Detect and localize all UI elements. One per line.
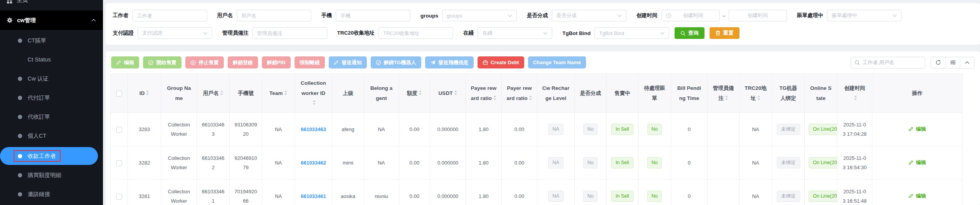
table-search-input[interactable] (863, 60, 921, 65)
col-created[interactable]: 创建时间 (837, 74, 872, 113)
unlock-login-button[interactable]: 解鎖登錄 (228, 56, 258, 68)
username-label: 用戶名 (217, 12, 233, 19)
sidebar-item-personal-ct[interactable]: 個人CT (0, 128, 103, 144)
col-payee-reward-ratio[interactable]: Payee reward ratio (466, 74, 502, 113)
sidebar-item-label: 主页 (17, 0, 28, 4)
sort-icon[interactable] (284, 90, 288, 96)
sidebar-group-cw[interactable]: cw管理 (0, 11, 103, 30)
sort-icon[interactable] (419, 90, 422, 96)
cell-worker-id: 661033461 (295, 180, 332, 205)
query-button[interactable]: 查询 (675, 27, 704, 39)
sidebar-item-ct-status[interactable]: Ct Status (0, 52, 103, 67)
edit-button[interactable]: 编辑 (111, 56, 139, 68)
online-select[interactable]: 在綫 (478, 27, 552, 39)
force-offline-button[interactable]: 强制離綫 (295, 56, 325, 68)
col-collection-worker-id[interactable]: Collection worker ID (295, 74, 332, 113)
reset-button-label: 重置 (723, 30, 734, 37)
send-notice-button[interactable]: 發送通知 (329, 56, 367, 68)
sidebar-item-home[interactable]: 主页 (0, 0, 103, 5)
sidebar-item-label: Cw 认证 (28, 75, 49, 82)
unlock-pin-button[interactable]: 解鎖PIN (262, 56, 291, 68)
sidebar-item-cw-auth[interactable]: Cw 认证 (0, 71, 103, 86)
worker-id-link[interactable]: 661033463 (301, 126, 326, 132)
worker-input[interactable] (133, 10, 207, 21)
button-label: 解鎖登錄 (233, 59, 253, 66)
select-all-checkbox[interactable] (116, 91, 122, 96)
select-placeholder: 在綫 (482, 30, 492, 37)
column-settings-icon[interactable] (945, 57, 960, 68)
cell-id: 3281 (128, 180, 161, 205)
select-placeholder: 賬單處理中 (832, 12, 857, 19)
filter-row-2: 支付認證 支付認證 管理員備注 TRC20收集地址 在綫 在綫 TgBot Bi… (113, 27, 974, 39)
row-checkbox[interactable] (116, 127, 122, 133)
trc20-input[interactable] (378, 27, 453, 39)
admin-note-input[interactable] (253, 27, 327, 39)
bill-processing-select[interactable]: 賬單處理中 (827, 10, 902, 21)
select-placeholder: groups (447, 13, 462, 19)
refresh-icon[interactable] (931, 57, 945, 68)
sort-icon[interactable] (854, 95, 857, 101)
cell-tg-bind: 未绑定 (772, 113, 805, 146)
sidebar-item-ct-bill[interactable]: CT賬單 (0, 33, 103, 48)
edit-row-link[interactable]: 编辑 (909, 158, 926, 167)
sort-icon[interactable] (312, 100, 316, 105)
col-team[interactable]: Team (262, 74, 295, 113)
worker-id-link[interactable]: 661033461 (301, 193, 326, 199)
row-checkbox[interactable] (116, 160, 122, 166)
col-phone: 手機號 (230, 74, 262, 113)
sidebar-item-invite-link[interactable]: 邀請鏈接 (0, 186, 103, 202)
selling-badge: In Sell (611, 157, 633, 168)
groups-select[interactable]: groups (442, 10, 517, 21)
sort-icon[interactable] (146, 90, 149, 96)
sidebar-item-purchase-quota[interactable]: 購買額度明細 (0, 167, 103, 183)
phone-input[interactable] (336, 10, 410, 21)
sort-icon[interactable] (454, 90, 457, 96)
button-label: 编辑 (124, 59, 134, 66)
edit-row-link[interactable]: 编辑 (909, 124, 926, 133)
worker-id-link[interactable]: 661033462 (301, 160, 326, 166)
cell-recharge-level: NA (537, 146, 575, 180)
sidebar-item-label: 購買額度明細 (28, 172, 61, 179)
split-select[interactable]: 是否分成 (552, 10, 626, 21)
row-checkbox[interactable] (116, 194, 122, 200)
pay-auth-select[interactable]: 支付認證 (138, 27, 212, 39)
username-input[interactable] (237, 10, 311, 21)
sort-icon[interactable] (529, 95, 532, 101)
sidebar-item-collection-worker[interactable]: 收款工作者 (0, 147, 98, 165)
chevron-down-icon (660, 32, 664, 35)
reset-button[interactable]: 重置 (710, 27, 739, 39)
collapse-icon[interactable] (960, 57, 974, 68)
cell-bill-pending-time: 0 (671, 113, 708, 146)
send-telegram-button[interactable]: 發送飛機信息 (425, 56, 474, 68)
cell-team: NA (262, 180, 295, 205)
created-end-input[interactable]: 创建时间 (729, 10, 787, 21)
button-label: 解鎖PIN (267, 59, 286, 66)
button-label: 解綁TG機器人 (384, 59, 416, 66)
sort-icon[interactable] (220, 90, 223, 96)
create-debt-button[interactable]: Create Debt (478, 56, 524, 68)
col-quota[interactable]: 額度 (399, 74, 430, 113)
cell-superior: mimi (332, 146, 364, 180)
cell-actions: 编辑 (872, 146, 963, 180)
sort-icon[interactable] (725, 95, 728, 101)
col-trc20-address[interactable]: TRC20地址 (739, 74, 772, 113)
start-sell-button[interactable]: 開始售賣 (143, 56, 181, 68)
change-team-name-button[interactable]: Change Team Name (528, 56, 586, 68)
edit-row-link[interactable]: 编辑 (909, 191, 926, 200)
bullet-icon (18, 96, 22, 100)
sort-icon[interactable] (757, 95, 760, 101)
sidebar-item-collect-orders[interactable]: 代收訂單 (0, 109, 103, 124)
col-id[interactable]: ID (128, 74, 161, 113)
button-label: 發送通知 (342, 59, 362, 66)
tgbot-select[interactable]: TgBot Bind (595, 27, 669, 39)
stop-sell-button[interactable]: 停止售賣 (185, 56, 224, 68)
col-usdt[interactable]: USDT (430, 74, 466, 113)
unbind-tg-button[interactable]: 解綁TG機器人 (371, 56, 421, 68)
sidebar-item-payout-orders[interactable]: 代付訂單 (0, 90, 103, 105)
col-payer-reward-ratio[interactable]: Payer reward ratio (502, 74, 537, 113)
created-start-input[interactable]: 创建时间 (661, 10, 720, 21)
col-admin-note[interactable]: 管理員備注 (708, 74, 739, 113)
col-username[interactable]: 用戶名 (197, 74, 230, 113)
sort-icon[interactable] (493, 95, 497, 101)
cell-usdt: 0.000000 (430, 146, 466, 180)
